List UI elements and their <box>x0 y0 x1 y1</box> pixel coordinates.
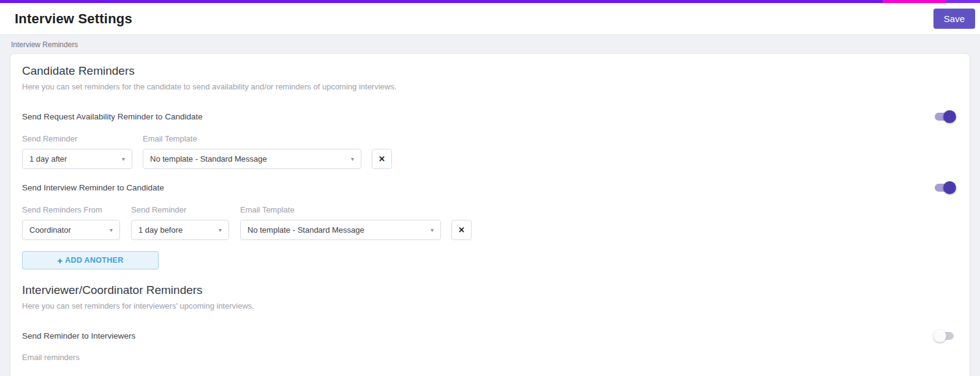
send-reminder-value: 1 day before <box>138 225 183 235</box>
remove-availability-reminder-button[interactable]: ✕ <box>372 149 392 169</box>
interviewer-reminder-row: Send Reminder to Interviewers <box>22 329 958 342</box>
email-template-label: Email Template <box>143 134 361 143</box>
breadcrumb: Interview Reminders <box>0 35 980 54</box>
add-another-button[interactable]: + ADD ANOTHER <box>22 251 159 269</box>
save-button[interactable]: Save <box>933 9 975 29</box>
remove-interview-reminder-button[interactable]: ✕ <box>451 220 472 240</box>
send-reminder-label: Send Reminder <box>22 134 132 143</box>
send-reminder-select[interactable]: 1 day after ▾ <box>22 149 132 169</box>
chevron-down-icon: ▾ <box>351 156 354 162</box>
send-reminder-field: Send Reminder 1 day before ▾ <box>120 205 229 240</box>
chevron-down-icon: ▾ <box>110 227 113 233</box>
toggle-knob <box>943 110 956 123</box>
candidate-reminders-description: Here you can set reminders for the candi… <box>22 82 958 91</box>
chevron-down-icon: ▾ <box>219 227 222 233</box>
email-template-label: Email Template <box>240 205 441 214</box>
send-reminder-field: Send Reminder 1 day after ▾ <box>22 134 132 169</box>
email-template-field: Email Template No template - Standard Me… <box>132 134 361 169</box>
chevron-down-icon: ▾ <box>431 227 434 233</box>
interview-reminder-label: Send Interview Reminder to Candidate <box>22 183 164 192</box>
chevron-down-icon: ▾ <box>122 156 125 162</box>
interviewer-reminders-description: Here you can set reminders for interview… <box>22 301 958 310</box>
add-another-label: ADD ANOTHER <box>65 256 123 265</box>
email-template-value: No template - Standard Message <box>247 225 364 235</box>
send-from-label: Send Reminders From <box>22 205 120 214</box>
send-from-select[interactable]: Coordinator ▾ <box>22 220 120 240</box>
email-template-field: Email Template No template - Standard Me… <box>229 205 441 240</box>
page-title: Interview Settings <box>15 11 132 27</box>
toggle-knob <box>933 329 946 342</box>
email-template-select[interactable]: No template - Standard Message ▾ <box>240 220 441 240</box>
send-reminder-select[interactable]: 1 day before ▾ <box>131 220 229 240</box>
interview-reminder-toggle[interactable] <box>933 181 956 194</box>
interviewer-reminder-label: Send Reminder to Interviewers <box>22 331 135 340</box>
interview-reminders-card: Candidate Reminders Here you can set rem… <box>10 54 970 376</box>
send-from-value: Coordinator <box>29 225 71 235</box>
breadcrumb-label: Interview Reminders <box>11 40 78 49</box>
interviewer-reminders-title: Interviewer/Coordinator Reminders <box>22 283 958 297</box>
availability-reminder-label: Send Request Availability Reminder to Ca… <box>22 112 203 121</box>
candidate-reminders-title: Candidate Reminders <box>22 64 958 78</box>
interviewer-reminder-toggle[interactable] <box>933 329 956 342</box>
email-reminders-label: Email reminders <box>22 353 958 362</box>
toggle-knob <box>943 181 956 194</box>
send-from-field: Send Reminders From Coordinator ▾ <box>22 205 120 240</box>
email-template-value: No template - Standard Message <box>150 154 267 164</box>
availability-reminder-toggle[interactable] <box>933 110 956 123</box>
page-header: Interview Settings Save <box>0 3 980 35</box>
close-icon: ✕ <box>458 225 465 235</box>
send-reminder-label: Send Reminder <box>131 205 229 214</box>
availability-fields-row: Send Reminder 1 day after ▾ Email Templa… <box>22 134 958 169</box>
plus-icon: + <box>58 256 63 265</box>
close-icon: ✕ <box>379 154 385 164</box>
email-template-select[interactable]: No template - Standard Message ▾ <box>143 149 361 169</box>
send-reminder-value: 1 day after <box>29 154 67 164</box>
interview-fields-row: Send Reminders From Coordinator ▾ Send R… <box>22 205 958 240</box>
interview-reminder-row: Send Interview Reminder to Candidate <box>22 181 958 194</box>
availability-reminder-row: Send Request Availability Reminder to Ca… <box>22 110 958 123</box>
